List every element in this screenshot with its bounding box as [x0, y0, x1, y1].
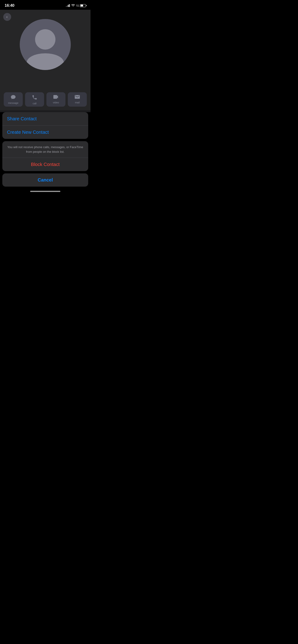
avatar-area — [0, 10, 91, 75]
signal-icon — [66, 4, 70, 7]
block-contact-label: Block Contact — [31, 162, 59, 167]
block-info-text: You will not receive phone calls, messag… — [2, 141, 88, 158]
home-indicator — [0, 189, 91, 193]
create-new-contact-label: Create New Contact — [7, 130, 49, 135]
sheet-separator — [0, 110, 91, 112]
action-buttons-row: message call video mail — [0, 89, 91, 110]
video-icon — [53, 95, 59, 100]
contact-name-area — [0, 75, 91, 89]
share-contact-item[interactable]: Share Contact — [2, 112, 88, 126]
mail-label: mail — [75, 101, 80, 104]
status-time: 16:40 — [5, 3, 15, 8]
video-label: video — [53, 101, 59, 104]
share-create-group: Share Contact Create New Contact — [2, 112, 88, 139]
avatar — [20, 19, 71, 70]
call-label: call — [33, 102, 37, 105]
video-button[interactable]: video — [47, 92, 66, 107]
cancel-label: Cancel — [38, 177, 53, 182]
cancel-group: Cancel — [2, 174, 88, 186]
action-sheet: Share Contact Create New Contact You wil… — [2, 112, 88, 186]
block-group: You will not receive phone calls, messag… — [2, 141, 88, 171]
battery-level: 51 — [76, 4, 79, 7]
avatar-head — [35, 29, 56, 50]
contact-background: ‹ message call — [0, 10, 91, 110]
battery-icon: 51 — [76, 4, 86, 7]
message-icon — [11, 95, 16, 100]
avatar-body — [27, 53, 64, 70]
contact-name — [0, 78, 91, 87]
status-icons: 51 — [66, 4, 86, 8]
status-bar: 16:40 51 — [0, 0, 91, 10]
action-sheet-area: Share Contact Create New Contact You wil… — [0, 110, 91, 193]
wifi-icon — [71, 4, 75, 8]
home-bar — [30, 191, 60, 192]
message-button[interactable]: message — [4, 92, 23, 107]
chevron-left-icon: ‹ — [6, 15, 8, 19]
create-new-contact-item[interactable]: Create New Contact — [2, 126, 88, 139]
mail-icon — [75, 95, 80, 100]
share-contact-label: Share Contact — [7, 116, 37, 121]
mail-button[interactable]: mail — [68, 92, 87, 107]
call-icon — [32, 95, 37, 101]
message-label: message — [8, 102, 19, 104]
back-button[interactable]: ‹ — [3, 13, 11, 21]
call-button[interactable]: call — [25, 92, 44, 107]
block-contact-item[interactable]: Block Contact — [2, 158, 88, 171]
cancel-button[interactable]: Cancel — [2, 174, 88, 186]
